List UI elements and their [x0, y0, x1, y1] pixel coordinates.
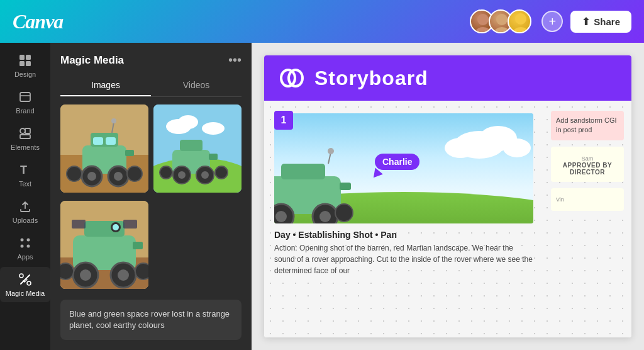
sidebar-item-label: Elements	[11, 144, 40, 151]
sidebar-item-label: Text	[19, 180, 31, 188]
brand-icon	[18, 89, 33, 104]
svg-rect-7	[26, 55, 31, 60]
uploads-icon	[18, 199, 33, 214]
sticky-note-text: Add sandstorm CGI in post prod	[556, 116, 617, 133]
sidebar-item-apps[interactable]: Apps	[0, 230, 50, 266]
sidebar-item-design[interactable]: Design	[0, 48, 50, 83]
apps-icon	[18, 235, 33, 251]
storyboard-title: Storyboard	[314, 67, 428, 90]
svg-point-46	[178, 171, 186, 179]
storyboard-header: Storyboard	[264, 55, 631, 101]
svg-rect-44	[209, 154, 218, 160]
sticky-note-author-2: Vin	[556, 196, 619, 204]
elements-icon	[18, 126, 33, 141]
share-label: Share	[594, 16, 620, 27]
svg-rect-8	[19, 61, 25, 66]
svg-point-40	[178, 115, 198, 129]
header-right: + ⬆ Share	[470, 9, 631, 33]
tab-videos[interactable]: Videos	[151, 75, 242, 96]
svg-rect-29	[93, 137, 103, 145]
add-collaborator-button[interactable]: +	[541, 11, 563, 32]
sidebar-item-magic-media[interactable]: Magic Media	[0, 267, 50, 302]
sidebar-item-brand[interactable]: Brand	[0, 84, 50, 120]
svg-point-36	[127, 166, 142, 181]
svg-point-48	[201, 171, 209, 179]
svg-point-84	[335, 204, 353, 222]
svg-point-20	[19, 274, 23, 278]
svg-point-17	[27, 239, 30, 242]
svg-point-3	[494, 27, 510, 33]
panel-header: Magic Media •••	[50, 43, 252, 75]
svg-rect-78	[340, 183, 351, 190]
sticky-note-3[interactable]: Vin	[551, 188, 624, 211]
share-button[interactable]: ⬆ Share	[570, 11, 631, 33]
charlie-user-bubble: Charlie	[375, 154, 419, 170]
app-header: Canva + ⬆	[0, 0, 644, 43]
panel-prompt: Blue and green space rover lost in a str…	[60, 300, 242, 340]
svg-rect-30	[106, 137, 116, 145]
svg-point-63	[118, 269, 129, 281]
svg-point-32	[87, 172, 96, 181]
scene-number-badge: 1	[274, 111, 293, 130]
svg-rect-28	[125, 150, 134, 156]
svg-rect-14	[20, 135, 30, 138]
sticky-note-1[interactable]: Add sandstorm CGI in post prod	[551, 111, 624, 140]
image-card[interactable]	[60, 104, 148, 193]
image-grid	[50, 97, 252, 300]
svg-point-59	[113, 224, 119, 230]
sticky-notes-area: Add sandstorm CGI in post prod Sam APPRO…	[543, 101, 631, 337]
svg-point-1	[475, 27, 491, 33]
sidebar-item-label: Design	[14, 71, 36, 78]
svg-point-2	[496, 14, 508, 25]
svg-rect-57	[133, 242, 143, 249]
svg-rect-75	[281, 164, 325, 179]
svg-point-49	[160, 166, 172, 179]
sticky-note-2[interactable]: Sam APPROVED BY DIRECTOR	[551, 147, 624, 182]
svg-point-21	[27, 281, 31, 285]
svg-point-64	[60, 263, 74, 279]
image-card[interactable]	[153, 104, 242, 193]
sidebar-item-label: Magic Media	[6, 290, 45, 297]
svg-point-50	[215, 166, 228, 179]
svg-point-27	[111, 118, 116, 123]
magic-media-icon	[18, 272, 33, 287]
svg-rect-9	[26, 61, 31, 66]
scene-main: 1	[264, 101, 543, 337]
canva-logo: Canva	[13, 10, 63, 33]
sidebar-item-uploads[interactable]: Uploads	[0, 194, 50, 229]
svg-point-71	[445, 138, 476, 158]
main-layout: Design Brand Elements	[0, 43, 644, 350]
svg-point-4	[515, 13, 526, 25]
canvas-inner: Storyboard 1	[264, 55, 631, 337]
svg-point-34	[114, 172, 123, 181]
grid-icon	[18, 53, 33, 68]
tab-images[interactable]: Images	[60, 75, 151, 96]
svg-rect-10	[20, 93, 30, 101]
svg-point-19	[27, 245, 30, 248]
svg-point-5	[513, 27, 529, 33]
svg-point-12	[20, 128, 25, 133]
text-icon: T	[18, 162, 33, 178]
avatar[interactable]	[508, 9, 531, 33]
svg-point-72	[503, 138, 531, 157]
svg-rect-56	[123, 220, 137, 229]
share-icon: ⬆	[582, 16, 590, 28]
svg-point-65	[135, 263, 148, 279]
prompt-text: Blue and green space rover lost in a str…	[69, 309, 230, 330]
storyboard-content: 1	[264, 101, 631, 337]
sidebar-item-label: Brand	[16, 107, 34, 115]
svg-point-77	[328, 148, 334, 154]
image-card[interactable]	[60, 201, 148, 289]
svg-point-16	[21, 239, 24, 242]
sidebar-item-text[interactable]: T Text	[0, 157, 50, 193]
sidebar-item-elements[interactable]: Elements	[0, 121, 50, 156]
sticky-note-author-1: Sam	[556, 155, 619, 162]
panel-more-button[interactable]: •••	[228, 53, 242, 67]
avatar-group	[470, 9, 531, 33]
svg-rect-55	[72, 220, 86, 229]
canvas-area: Storyboard 1	[252, 43, 644, 350]
storyboard-logo	[279, 65, 304, 91]
scene-action-text: Action: Opening shot of the barren, red …	[274, 242, 533, 276]
svg-point-41	[202, 122, 225, 135]
sidebar-item-label: Uploads	[13, 217, 38, 224]
